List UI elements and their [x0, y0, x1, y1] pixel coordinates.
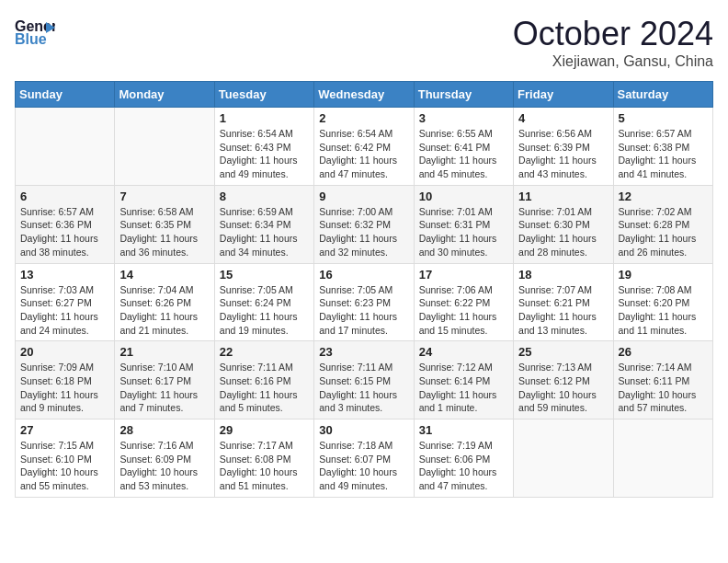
sunrise-text: Sunrise: 7:01 AM: [419, 206, 493, 217]
day-number: 16: [319, 268, 408, 282]
calendar-cell: 13 Sunrise: 7:03 AM Sunset: 6:27 PM Dayl…: [16, 263, 115, 341]
day-number: 21: [119, 345, 209, 359]
sunset-text: Sunset: 6:35 PM: [119, 219, 191, 230]
day-number: 19: [619, 268, 708, 282]
sunset-text: Sunset: 6:14 PM: [419, 375, 491, 386]
day-number: 13: [20, 268, 109, 282]
daylight-text: Daylight: 10 hours and 53 minutes.: [119, 466, 198, 491]
month-title: October 2024: [513, 15, 713, 53]
daylight-text: Daylight: 11 hours and 47 minutes.: [319, 155, 397, 179]
daylight-text: Daylight: 11 hours and 15 minutes.: [419, 311, 497, 336]
day-number: 29: [220, 423, 309, 437]
day-info: Sunrise: 6:55 AM Sunset: 6:41 PM Dayligh…: [419, 127, 508, 181]
daylight-text: Daylight: 11 hours and 1 minute.: [419, 389, 497, 414]
week-row-3: 13 Sunrise: 7:03 AM Sunset: 6:27 PM Dayl…: [16, 263, 713, 341]
calendar-cell: 14 Sunrise: 7:04 AM Sunset: 6:26 PM Dayl…: [115, 263, 214, 341]
sunrise-text: Sunrise: 7:19 AM: [419, 440, 493, 451]
calendar-cell: 22 Sunrise: 7:11 AM Sunset: 6:16 PM Dayl…: [214, 341, 313, 419]
calendar-cell: 31 Sunrise: 7:19 AM Sunset: 6:06 PM Dayl…: [414, 419, 513, 498]
calendar-cell: 30 Sunrise: 7:18 AM Sunset: 6:07 PM Dayl…: [314, 419, 414, 498]
day-info: Sunrise: 7:01 AM Sunset: 6:31 PM Dayligh…: [419, 205, 508, 259]
day-info: Sunrise: 6:57 AM Sunset: 6:38 PM Dayligh…: [619, 127, 708, 181]
day-info: Sunrise: 7:04 AM Sunset: 6:26 PM Dayligh…: [119, 283, 209, 338]
week-row-1: 1 Sunrise: 6:54 AM Sunset: 6:43 PM Dayli…: [16, 108, 713, 186]
daylight-text: Daylight: 11 hours and 7 minutes.: [119, 389, 198, 414]
day-info: Sunrise: 6:58 AM Sunset: 6:35 PM Dayligh…: [119, 205, 209, 259]
daylight-text: Daylight: 11 hours and 32 minutes.: [319, 233, 397, 258]
day-number: 14: [119, 268, 209, 282]
day-info: Sunrise: 7:02 AM Sunset: 6:28 PM Dayligh…: [619, 205, 708, 259]
daylight-text: Daylight: 10 hours and 59 minutes.: [518, 389, 597, 414]
sunset-text: Sunset: 6:28 PM: [619, 219, 690, 230]
daylight-text: Daylight: 11 hours and 49 minutes.: [220, 155, 298, 179]
sunrise-text: Sunrise: 7:11 AM: [220, 362, 293, 373]
calendar-cell: 4 Sunrise: 6:56 AM Sunset: 6:39 PM Dayli…: [514, 108, 613, 186]
location: Xiejiawan, Gansu, China: [513, 53, 713, 70]
daylight-text: Daylight: 10 hours and 55 minutes.: [20, 466, 98, 491]
sunrise-text: Sunrise: 7:15 AM: [20, 440, 94, 451]
day-info: Sunrise: 7:05 AM Sunset: 6:23 PM Dayligh…: [319, 283, 408, 338]
sunset-text: Sunset: 6:07 PM: [319, 454, 391, 465]
day-info: Sunrise: 7:01 AM Sunset: 6:30 PM Dayligh…: [518, 205, 608, 259]
day-number: 9: [319, 190, 408, 203]
weekday-wednesday: Wednesday: [314, 82, 414, 108]
calendar-cell: 10 Sunrise: 7:01 AM Sunset: 6:31 PM Dayl…: [414, 185, 513, 263]
sunset-text: Sunset: 6:26 PM: [119, 297, 191, 308]
day-info: Sunrise: 7:09 AM Sunset: 6:18 PM Dayligh…: [20, 361, 109, 415]
day-number: 3: [419, 111, 508, 125]
sunset-text: Sunset: 6:36 PM: [20, 219, 92, 230]
sunrise-text: Sunrise: 6:55 AM: [419, 128, 493, 139]
sunrise-text: Sunrise: 7:09 AM: [20, 362, 94, 373]
day-number: 11: [518, 190, 608, 203]
day-info: Sunrise: 7:17 AM Sunset: 6:08 PM Dayligh…: [220, 439, 309, 493]
sunset-text: Sunset: 6:16 PM: [220, 375, 291, 386]
daylight-text: Daylight: 11 hours and 45 minutes.: [419, 155, 497, 179]
day-info: Sunrise: 6:54 AM Sunset: 6:43 PM Dayligh…: [220, 127, 309, 181]
day-number: 1: [220, 111, 309, 125]
day-number: 17: [419, 268, 508, 282]
sunset-text: Sunset: 6:18 PM: [20, 375, 92, 386]
day-info: Sunrise: 7:15 AM Sunset: 6:10 PM Dayligh…: [20, 439, 109, 493]
sunset-text: Sunset: 6:22 PM: [419, 297, 491, 308]
calendar-cell: 20 Sunrise: 7:09 AM Sunset: 6:18 PM Dayl…: [16, 341, 115, 419]
sunset-text: Sunset: 6:30 PM: [518, 219, 590, 230]
day-info: Sunrise: 6:59 AM Sunset: 6:34 PM Dayligh…: [220, 205, 309, 259]
day-number: 12: [619, 190, 708, 203]
calendar-cell: [613, 419, 712, 498]
sunset-text: Sunset: 6:08 PM: [220, 454, 291, 465]
weekday-monday: Monday: [115, 82, 214, 108]
calendar-cell: 3 Sunrise: 6:55 AM Sunset: 6:41 PM Dayli…: [414, 108, 513, 186]
calendar-cell: 26 Sunrise: 7:14 AM Sunset: 6:11 PM Dayl…: [613, 341, 712, 419]
day-info: Sunrise: 7:06 AM Sunset: 6:22 PM Dayligh…: [419, 283, 508, 338]
logo: General Blue: [15, 15, 55, 48]
day-info: Sunrise: 6:54 AM Sunset: 6:42 PM Dayligh…: [319, 127, 408, 181]
calendar-cell: 12 Sunrise: 7:02 AM Sunset: 6:28 PM Dayl…: [613, 185, 712, 263]
calendar-cell: 18 Sunrise: 7:07 AM Sunset: 6:21 PM Dayl…: [514, 263, 613, 341]
day-number: 15: [220, 268, 309, 282]
sunset-text: Sunset: 6:21 PM: [518, 297, 590, 308]
sunset-text: Sunset: 6:32 PM: [319, 219, 391, 230]
sunset-text: Sunset: 6:34 PM: [220, 219, 291, 230]
calendar-cell: [16, 108, 115, 186]
day-info: Sunrise: 7:18 AM Sunset: 6:07 PM Dayligh…: [319, 439, 408, 493]
sunrise-text: Sunrise: 6:54 AM: [319, 128, 392, 139]
sunrise-text: Sunrise: 6:57 AM: [20, 206, 94, 217]
day-number: 31: [419, 423, 508, 437]
day-number: 8: [220, 190, 309, 203]
day-number: 27: [20, 423, 109, 437]
weekday-saturday: Saturday: [613, 82, 712, 108]
day-info: Sunrise: 6:56 AM Sunset: 6:39 PM Dayligh…: [518, 127, 608, 181]
sunrise-text: Sunrise: 7:14 AM: [619, 362, 692, 373]
logo-icon: General Blue: [15, 15, 55, 48]
day-number: 28: [119, 423, 209, 437]
sunset-text: Sunset: 6:38 PM: [619, 142, 690, 153]
sunrise-text: Sunrise: 7:01 AM: [518, 206, 592, 217]
calendar-cell: 1 Sunrise: 6:54 AM Sunset: 6:43 PM Dayli…: [214, 108, 313, 186]
sunrise-text: Sunrise: 7:18 AM: [319, 440, 392, 451]
calendar-cell: 6 Sunrise: 6:57 AM Sunset: 6:36 PM Dayli…: [16, 185, 115, 263]
sunrise-text: Sunrise: 6:59 AM: [220, 206, 293, 217]
calendar-cell: 25 Sunrise: 7:13 AM Sunset: 6:12 PM Dayl…: [514, 341, 613, 419]
daylight-text: Daylight: 11 hours and 5 minutes.: [220, 389, 298, 414]
day-info: Sunrise: 7:14 AM Sunset: 6:11 PM Dayligh…: [619, 361, 708, 415]
sunset-text: Sunset: 6:27 PM: [20, 297, 92, 308]
